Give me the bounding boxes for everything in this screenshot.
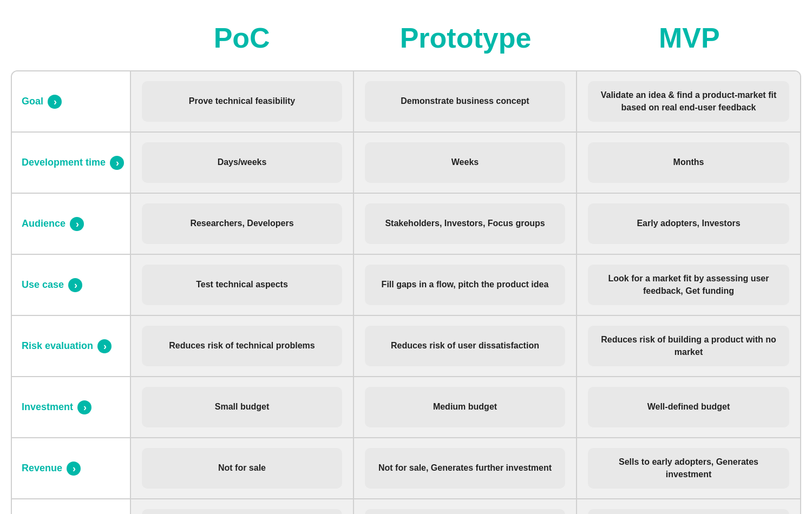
poc-audience-inner: Researchers, Developers (142, 203, 342, 244)
mvp-investment-text: Well-defined budget (647, 401, 730, 413)
table-row: Futher use Technical prototype or MVP de… (12, 499, 800, 514)
poc-goal-inner: Prove technical feasibility (142, 81, 342, 122)
poc-risk-text: Reduces risk of technical problems (169, 340, 315, 352)
mvp-audience-cell: Early adopters, Investors (577, 194, 800, 254)
arrow-icon-audience (70, 217, 84, 231)
mvp-devtime-cell: Months (577, 133, 800, 193)
table-row: Investment Small budget Medium budget We… (12, 377, 800, 438)
mvp-investment-inner: Well-defined budget (588, 387, 789, 427)
prototype-revenue-cell: Not for sale, Generates further investme… (354, 438, 577, 498)
mvp-goal-cell: Validate an idea & find a product-market… (577, 71, 800, 131)
mvp-risk-text: Reduces risk of building a product with … (598, 334, 780, 358)
header-prototype: Prototype (353, 16, 577, 65)
prototype-futheruse-inner: MVP development (365, 509, 565, 514)
header-mvp: MVP (578, 16, 801, 65)
mvp-investment-cell: Well-defined budget (577, 377, 800, 437)
label-cell-investment: Investment (12, 377, 131, 437)
poc-revenue-text: Not for sale (218, 462, 266, 474)
row-label-investment: Investment (22, 401, 73, 413)
prototype-risk-cell: Reduces risk of user dissatisfaction (354, 316, 577, 376)
prototype-goal-inner: Demonstrate business concept (365, 81, 565, 122)
mvp-devtime-text: Months (673, 156, 704, 168)
mvp-revenue-cell: Sells to early adopters, Generates inves… (577, 438, 800, 498)
prototype-revenue-text: Not for sale, Generates further investme… (378, 462, 552, 474)
mvp-risk-inner: Reduces risk of building a product with … (588, 326, 789, 366)
table-row: Risk evaluation Reduces risk of technica… (12, 316, 800, 377)
header-row: PoC Prototype MVP (11, 16, 801, 65)
poc-devtime-text: Days/weeks (218, 156, 267, 168)
row-label-revenue: Revenue (22, 463, 62, 475)
poc-audience-text: Researchers, Developers (190, 218, 293, 229)
poc-devtime-cell: Days/weeks (131, 133, 354, 193)
mvp-goal-text: Validate an idea & find a product-market… (598, 89, 780, 114)
table-row: Use case Test technical aspects Fill gap… (12, 255, 800, 316)
prototype-usecase-text: Fill gaps in a flow, pitch the product i… (382, 279, 549, 291)
prototype-devtime-cell: Weeks (354, 133, 577, 193)
prototype-devtime-text: Weeks (451, 156, 479, 168)
prototype-investment-cell: Medium budget (354, 377, 577, 437)
poc-usecase-cell: Test technical aspects (131, 255, 354, 315)
poc-investment-cell: Small budget (131, 377, 354, 437)
prototype-risk-text: Reduces risk of user dissatisfaction (391, 340, 539, 352)
mvp-revenue-inner: Sells to early adopters, Generates inves… (588, 448, 789, 489)
mvp-devtime-inner: Months (588, 142, 789, 183)
label-cell-devtime: Development time (12, 133, 131, 193)
label-cell-audience: Audience (12, 194, 131, 254)
poc-risk-inner: Reduces risk of technical problems (142, 326, 342, 366)
prototype-audience-inner: Stakeholders, Investors, Focus groups (365, 203, 565, 244)
poc-investment-text: Small budget (215, 401, 269, 413)
mvp-usecase-cell: Look for a market fit by assessing user … (577, 255, 800, 315)
arrow-icon-investment (77, 400, 91, 414)
prototype-audience-text: Stakeholders, Investors, Focus groups (385, 218, 545, 229)
poc-revenue-cell: Not for sale (131, 438, 354, 498)
row-label-devtime: Development time (22, 157, 106, 169)
row-label-audience: Audience (22, 218, 66, 230)
poc-risk-cell: Reduces risk of technical problems (131, 316, 354, 376)
label-cell-revenue: Revenue (12, 438, 131, 498)
comparison-table: Goal Prove technical feasibility Demonst… (11, 70, 801, 514)
mvp-audience-inner: Early adopters, Investors (588, 203, 789, 244)
prototype-usecase-cell: Fill gaps in a flow, pitch the product i… (354, 255, 577, 315)
poc-usecase-inner: Test technical aspects (142, 265, 342, 305)
prototype-devtime-inner: Weeks (365, 142, 565, 183)
prototype-risk-inner: Reduces risk of user dissatisfaction (365, 326, 565, 366)
prototype-investment-inner: Medium budget (365, 387, 565, 427)
poc-audience-cell: Researchers, Developers (131, 194, 354, 254)
arrow-icon-goal (48, 95, 62, 109)
poc-futheruse-cell: Technical prototype or MVP development (131, 499, 354, 514)
table-row: Development time Days/weeks Weeks Months (12, 133, 800, 194)
prototype-goal-cell: Demonstrate business concept (354, 71, 577, 131)
header-poc: PoC (130, 16, 353, 65)
arrow-icon-usecase (68, 278, 82, 292)
row-label-usecase: Use case (22, 279, 64, 291)
mvp-futheruse-inner: Full-fledged product development (588, 509, 789, 514)
prototype-usecase-inner: Fill gaps in a flow, pitch the product i… (365, 265, 565, 305)
mvp-futheruse-cell: Full-fledged product development (577, 499, 800, 514)
mvp-revenue-text: Sells to early adopters, Generates inves… (598, 456, 780, 480)
label-cell-futheruse: Futher use (12, 499, 131, 514)
poc-goal-cell: Prove technical feasibility (131, 71, 354, 131)
prototype-audience-cell: Stakeholders, Investors, Focus groups (354, 194, 577, 254)
poc-futheruse-inner: Technical prototype or MVP development (142, 509, 342, 514)
label-cell-risk: Risk evaluation (12, 316, 131, 376)
arrow-icon-risk (97, 339, 112, 353)
poc-devtime-inner: Days/weeks (142, 142, 342, 183)
prototype-goal-text: Demonstrate business concept (401, 95, 529, 107)
arrow-icon-devtime (110, 156, 124, 170)
prototype-futheruse-cell: MVP development (354, 499, 577, 514)
mvp-audience-text: Early adopters, Investors (637, 218, 740, 229)
table-row: Audience Researchers, Developers Stakeho… (12, 194, 800, 255)
mvp-usecase-inner: Look for a market fit by assessing user … (588, 265, 789, 305)
prototype-investment-text: Medium budget (433, 401, 497, 413)
header-empty (11, 16, 130, 65)
table-row: Revenue Not for sale Not for sale, Gener… (12, 438, 800, 499)
row-label-goal: Goal (22, 96, 43, 108)
prototype-revenue-inner: Not for sale, Generates further investme… (365, 448, 565, 489)
poc-usecase-text: Test technical aspects (196, 279, 288, 291)
mvp-risk-cell: Reduces risk of building a product with … (577, 316, 800, 376)
mvp-goal-inner: Validate an idea & find a product-market… (588, 81, 789, 122)
arrow-icon-revenue (67, 462, 81, 476)
poc-revenue-inner: Not for sale (142, 448, 342, 489)
table-row: Goal Prove technical feasibility Demonst… (12, 71, 800, 133)
mvp-usecase-text: Look for a market fit by assessing user … (598, 273, 780, 297)
